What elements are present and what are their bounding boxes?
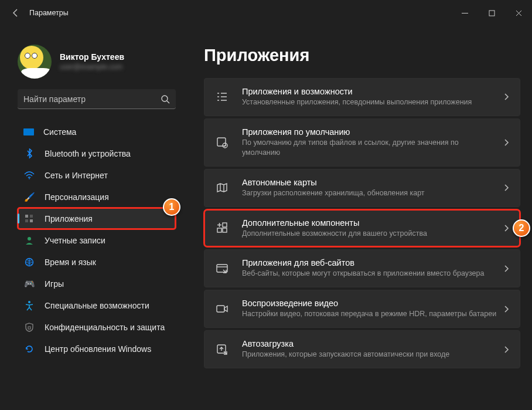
nav-label: Система	[43, 127, 76, 137]
svg-point-9	[28, 301, 30, 303]
nav-label: Игры	[45, 279, 64, 289]
website-app-icon	[215, 262, 229, 276]
update-icon	[23, 343, 35, 355]
svg-rect-15	[223, 223, 227, 227]
profile-block[interactable]: Виктор Бухтеев user@example.com	[18, 45, 176, 79]
globe-icon	[23, 256, 35, 268]
minimize-button[interactable]	[451, 4, 478, 22]
nav-label: Bluetooth и устройства	[45, 149, 131, 158]
sidebar: Виктор Бухтеев user@example.com Система …	[0, 26, 183, 371]
card-apps-for-websites[interactable]: Приложения для веб-сайтов Веб-сайты, кот…	[204, 249, 520, 287]
nav-label: Конфиденциальность и защита	[45, 323, 165, 332]
nav-accounts[interactable]: Учетные записи	[18, 229, 176, 251]
svg-rect-5	[25, 219, 28, 222]
chevron-right-icon	[503, 93, 509, 101]
default-apps-icon	[215, 135, 229, 150]
svg-rect-6	[30, 219, 33, 222]
close-button[interactable]	[505, 4, 532, 22]
card-title: Автозагрузка	[242, 339, 497, 348]
search-icon	[161, 94, 170, 104]
nav-personalization[interactable]: 🖌️ Персонализация	[18, 186, 176, 208]
nav-label: Сеть и Интернет	[45, 171, 108, 180]
chevron-right-icon	[503, 265, 509, 273]
card-optional-features[interactable]: Дополнительные компоненты Дополнительные…	[204, 209, 520, 248]
nav-network[interactable]: Сеть и Интернет	[18, 164, 176, 186]
card-subtitle: Дополнительные возможности для вашего ус…	[242, 229, 497, 239]
annotation-badge-2: 2	[513, 219, 530, 237]
add-features-icon	[215, 221, 229, 235]
card-title: Приложения и возможности	[242, 87, 497, 96]
list-icon	[215, 90, 229, 104]
annotation-badge-1: 1	[163, 198, 180, 216]
main-panel: Приложения Приложения и возможности Уста…	[183, 26, 532, 371]
card-subtitle: По умолчанию для типов файлов и ссылок, …	[242, 138, 497, 158]
avatar	[18, 45, 52, 79]
svg-rect-10	[28, 327, 30, 329]
svg-rect-11	[217, 138, 226, 146]
bluetooth-icon	[23, 148, 35, 160]
svg-rect-0	[489, 11, 495, 16]
nav-list: Система Bluetooth и устройства Сеть и Ин…	[18, 121, 176, 360]
nav-time-language[interactable]: Время и язык	[18, 251, 176, 273]
accessibility-icon	[23, 300, 35, 311]
card-subtitle: Настройки видео, потоковая передача в ре…	[242, 309, 497, 319]
chevron-right-icon	[503, 184, 509, 192]
nav-label: Приложения	[45, 214, 93, 223]
card-title: Приложения по умолчанию	[242, 127, 497, 137]
svg-rect-14	[223, 228, 227, 232]
profile-name: Виктор Бухтеев	[60, 52, 124, 62]
card-subtitle: Загрузки расположение хранилища, обновле…	[242, 188, 497, 198]
card-subtitle: Установленные приложения, псевдонимы вып…	[242, 97, 497, 107]
svg-point-7	[28, 237, 31, 240]
apps-icon	[23, 213, 35, 225]
wifi-icon	[23, 170, 35, 181]
svg-point-2	[29, 178, 30, 179]
card-default-apps[interactable]: Приложения по умолчанию По умолчанию для…	[204, 118, 520, 167]
gamepad-icon: 🎮	[23, 278, 35, 290]
display-icon	[23, 128, 34, 135]
svg-rect-13	[217, 228, 221, 232]
svg-point-1	[162, 96, 168, 101]
card-offline-maps[interactable]: Автономные карты Загрузки расположение х…	[204, 169, 520, 207]
card-title: Воспроизведение видео	[242, 299, 497, 308]
brush-icon: 🖌️	[23, 191, 35, 203]
person-icon	[23, 235, 35, 246]
window-controls	[451, 4, 532, 22]
nav-bluetooth[interactable]: Bluetooth и устройства	[18, 143, 176, 164]
card-video-playback[interactable]: Воспроизведение видео Настройки видео, п…	[204, 290, 520, 328]
page-title: Приложения	[204, 46, 520, 65]
chevron-right-icon	[503, 305, 509, 313]
chevron-right-icon	[503, 224, 509, 232]
card-title: Приложения для веб-сайтов	[242, 258, 497, 267]
card-startup[interactable]: Автозагрузка Приложения, которые запуска…	[204, 330, 520, 368]
video-icon	[215, 302, 229, 316]
nav-apps[interactable]: Приложения 1	[18, 208, 176, 229]
svg-rect-4	[30, 215, 33, 218]
card-subtitle: Веб-сайты, которые могут открываться в п…	[242, 269, 497, 279]
card-title: Автономные карты	[242, 178, 497, 187]
search-box[interactable]	[18, 89, 176, 109]
maximize-button[interactable]	[478, 4, 505, 22]
search-input[interactable]	[23, 94, 161, 104]
nav-windows-update[interactable]: Центр обновления Windows	[18, 338, 176, 360]
startup-icon	[215, 343, 229, 357]
chevron-right-icon	[503, 345, 509, 354]
nav-privacy[interactable]: Конфиденциальность и защита	[18, 316, 176, 338]
nav-system[interactable]: Система	[18, 121, 176, 143]
nav-gaming[interactable]: 🎮 Игры	[18, 273, 176, 294]
shield-icon	[23, 321, 35, 333]
map-icon	[215, 181, 229, 195]
profile-email: user@example.com	[60, 63, 124, 71]
nav-label: Персонализация	[45, 192, 109, 202]
svg-rect-3	[25, 215, 28, 218]
nav-accessibility[interactable]: Специальные возможности	[18, 294, 176, 316]
nav-label: Специальные возможности	[45, 301, 149, 310]
card-subtitle: Приложения, которые запускаются автомати…	[242, 350, 497, 360]
title-bar: Параметры	[0, 0, 532, 26]
card-title: Дополнительные компоненты	[242, 218, 497, 228]
nav-label: Центр обновления Windows	[45, 344, 151, 354]
card-apps-features[interactable]: Приложения и возможности Установленные п…	[204, 78, 520, 116]
back-button[interactable]	[6, 3, 26, 23]
svg-rect-17	[217, 306, 224, 312]
nav-label: Учетные записи	[45, 236, 105, 245]
